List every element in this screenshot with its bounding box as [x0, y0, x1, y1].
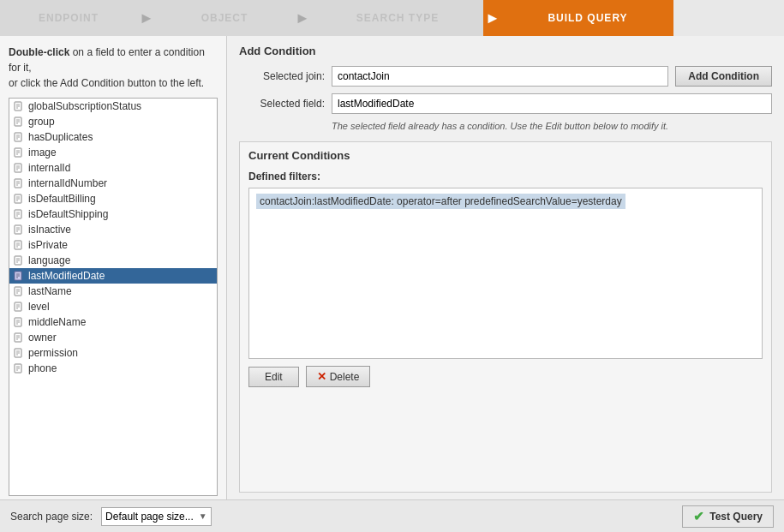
add-condition-button[interactable]: Add Condition: [675, 66, 772, 87]
field-isPrivate[interactable]: isPrivate: [9, 237, 217, 253]
field-isDefaultBilling[interactable]: isDefaultBilling: [9, 191, 217, 206]
field-doc-icon: [13, 116, 25, 128]
field-image[interactable]: image: [9, 145, 217, 160]
field-owner[interactable]: owner: [9, 330, 217, 345]
field-doc-icon: [13, 347, 25, 359]
field-doc-icon: [13, 177, 25, 189]
filter-entry: contactJoin:lastModifiedDate: operator=a…: [256, 194, 625, 209]
delete-button[interactable]: ✕ Delete: [306, 366, 371, 387]
nav-arrow-1: ►: [137, 0, 156, 36]
field-doc-icon: [13, 162, 25, 174]
field-internalIdNumber[interactable]: internalIdNumber: [9, 176, 217, 191]
top-nav: ENDPOINT ► OBJECT ► SEARCH TYPE ► BUILD …: [0, 0, 784, 36]
selected-field-row: Selected field:: [239, 93, 772, 114]
field-internalId[interactable]: internalId: [9, 160, 217, 176]
add-condition-section: Add Condition Selected join: Add Conditi…: [239, 45, 772, 141]
page-size-label: Search page size:: [10, 511, 93, 523]
field-doc-icon: [13, 285, 25, 297]
nav-arrow-3: ►: [483, 0, 502, 36]
field-doc-icon: [13, 208, 25, 220]
edit-button[interactable]: Edit: [248, 367, 299, 387]
left-panel-description: Double-click on a field to enter a condi…: [9, 45, 218, 91]
field-doc-icon: [13, 100, 25, 112]
field-doc-icon: [13, 239, 25, 251]
selected-join-label: Selected join:: [239, 70, 325, 82]
field-list[interactable]: globalSubscriptionStatus group hasDuplic…: [9, 99, 217, 495]
field-doc-icon: [13, 146, 25, 158]
field-phone[interactable]: phone: [9, 361, 217, 376]
nav-arrow-2: ►: [293, 0, 312, 36]
field-doc-icon: [13, 254, 25, 266]
selected-join-row: Selected join: Add Condition: [239, 66, 772, 87]
main-content: Double-click on a field to enter a condi…: [0, 36, 784, 532]
field-doc-icon: [13, 193, 25, 205]
field-hasDuplicates[interactable]: hasDuplicates: [9, 129, 217, 145]
field-doc-icon: [13, 224, 25, 236]
right-panel: Add Condition Selected join: Add Conditi…: [227, 36, 784, 532]
dropdown-arrow-icon: ▼: [199, 511, 207, 521]
field-doc-icon: [13, 332, 25, 344]
field-list-container: globalSubscriptionStatus group hasDuplic…: [9, 98, 218, 496]
left-panel: Double-click on a field to enter a condi…: [0, 36, 227, 532]
nav-object[interactable]: OBJECT: [156, 0, 293, 36]
action-buttons: Edit ✕ Delete: [248, 366, 763, 387]
current-conditions-title: Current Conditions: [248, 149, 763, 162]
warning-text: The selected field already has a conditi…: [332, 121, 772, 131]
field-level[interactable]: level: [9, 299, 217, 314]
selected-join-input[interactable]: [332, 66, 668, 87]
field-isDefaultShipping[interactable]: isDefaultShipping: [9, 206, 217, 222]
test-query-button[interactable]: ✔ Test Query: [682, 505, 774, 528]
field-language[interactable]: language: [9, 253, 217, 268]
field-group[interactable]: group: [9, 114, 217, 129]
description-or: or click the Add Condition button to the…: [9, 77, 204, 89]
field-doc-icon: [13, 301, 25, 313]
nav-endpoint[interactable]: ENDPOINT: [0, 0, 137, 36]
field-doc-icon: [13, 131, 25, 143]
field-permission[interactable]: permission: [9, 345, 217, 361]
field-globalSubscriptionStatus[interactable]: globalSubscriptionStatus: [9, 99, 217, 114]
defined-filters-label: Defined filters:: [248, 170, 763, 182]
field-middleName[interactable]: middleName: [9, 314, 217, 330]
delete-x-icon: ✕: [317, 370, 326, 383]
field-lastModifiedDate[interactable]: lastModifiedDate: [9, 268, 217, 284]
selected-field-input[interactable]: [332, 93, 772, 114]
add-condition-title: Add Condition: [239, 45, 772, 57]
checkmark-icon: ✔: [693, 509, 704, 524]
test-query-label: Test Query: [709, 511, 763, 523]
field-doc-icon: [13, 362, 25, 374]
selected-field-label: Selected field:: [239, 98, 325, 110]
bottom-bar: Search page size: Default page size... ▼…: [0, 499, 784, 532]
defined-filters-box: contactJoin:lastModifiedDate: operator=a…: [248, 188, 763, 359]
current-conditions-section: Current Conditions Defined filters: cont…: [239, 141, 772, 493]
field-isInactive[interactable]: isInactive: [9, 222, 217, 237]
page-size-value: Default page size...: [105, 511, 194, 523]
field-doc-icon-selected: [13, 270, 25, 282]
delete-label: Delete: [330, 371, 360, 383]
nav-search-type[interactable]: SEARCH TYPE: [312, 0, 483, 36]
field-lastName[interactable]: lastName: [9, 284, 217, 299]
page-size-select[interactable]: Default page size... ▼: [101, 507, 212, 526]
field-doc-icon: [13, 316, 25, 328]
nav-build-query[interactable]: BUILD QUERY: [502, 0, 673, 36]
double-click-bold: Double-click: [9, 46, 69, 58]
